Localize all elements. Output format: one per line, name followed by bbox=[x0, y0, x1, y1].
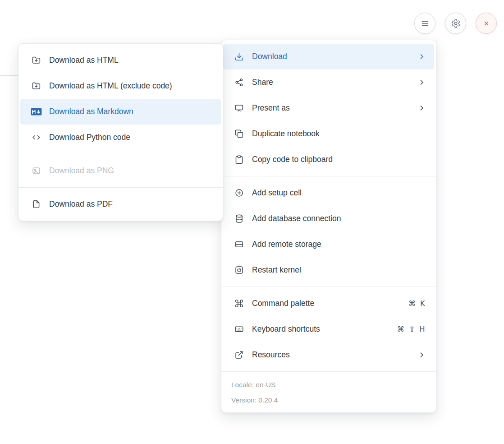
duplicate-icon bbox=[233, 129, 245, 139]
menu-item-copy-code[interactable]: Copy code to clipboard bbox=[223, 147, 434, 172]
menu-item-label: Copy code to clipboard bbox=[252, 155, 426, 164]
submenu-item-download-html[interactable]: Download as HTML bbox=[20, 47, 221, 73]
menu-item-resources[interactable]: Resources bbox=[223, 342, 434, 368]
menu-item-label: Add remote storage bbox=[252, 240, 426, 249]
settings-button[interactable] bbox=[445, 13, 466, 34]
download-icon bbox=[233, 51, 245, 62]
chevron-right-icon bbox=[417, 52, 426, 61]
notebook-actions-menu: Download Share Present as Duplicate note… bbox=[221, 40, 436, 413]
menu-item-label: Add database connection bbox=[252, 214, 426, 223]
submenu-item-download-python[interactable]: Download Python code bbox=[20, 125, 221, 150]
submenu-item-label: Download as Markdown bbox=[49, 107, 213, 116]
menu-item-label: Add setup cell bbox=[252, 188, 426, 198]
download-submenu: Download as HTML Download as HTML (exclu… bbox=[18, 43, 223, 221]
submenu-item-label: Download as PNG bbox=[49, 166, 213, 176]
image-icon bbox=[30, 166, 42, 176]
menu-divider bbox=[221, 287, 436, 287]
locale-text: Locale: en-US bbox=[231, 377, 426, 393]
menu-item-restart-kernel[interactable]: Restart kernel bbox=[223, 257, 434, 283]
menu-divider bbox=[221, 371, 436, 372]
database-icon bbox=[233, 213, 245, 224]
menu-item-duplicate-notebook[interactable]: Duplicate notebook bbox=[223, 121, 434, 147]
menu-item-command-palette[interactable]: Command palette ⌘ K bbox=[223, 291, 434, 316]
chevron-right-icon bbox=[417, 104, 426, 112]
power-icon bbox=[233, 265, 245, 276]
menu-item-label: Keyboard shortcuts bbox=[252, 324, 390, 334]
file-icon bbox=[30, 199, 42, 210]
close-button[interactable] bbox=[476, 13, 497, 34]
menu-divider bbox=[221, 176, 436, 176]
hamburger-icon bbox=[420, 18, 430, 28]
version-text: Version: 0.20.4 bbox=[231, 393, 426, 408]
menu-item-add-database-connection[interactable]: Add database connection bbox=[223, 206, 434, 231]
menu-item-add-setup-cell[interactable]: Add setup cell bbox=[223, 180, 434, 206]
gear-icon bbox=[451, 18, 461, 28]
clipboard-icon bbox=[233, 154, 245, 165]
notebook-menu-button[interactable] bbox=[414, 13, 435, 34]
submenu-item-label: Download as HTML (exclude code) bbox=[49, 81, 213, 91]
command-icon bbox=[233, 298, 245, 309]
menu-item-label: Command palette bbox=[252, 299, 401, 308]
plus-circle-icon bbox=[233, 188, 245, 199]
submenu-item-download-png[interactable]: Download as PNG bbox=[20, 158, 221, 184]
shortcut-hint: ⌘ ⇧ H bbox=[397, 325, 426, 333]
close-icon bbox=[481, 18, 491, 28]
presentation-icon bbox=[233, 103, 245, 114]
submenu-item-label: Download as PDF bbox=[49, 199, 213, 209]
menu-item-label: Restart kernel bbox=[252, 265, 426, 275]
menu-item-keyboard-shortcuts[interactable]: Keyboard shortcuts ⌘ ⇧ H bbox=[223, 316, 434, 342]
submenu-item-download-html-exclude-code[interactable]: Download as HTML (exclude code) bbox=[20, 73, 221, 99]
window-toolbar bbox=[414, 13, 497, 34]
submenu-item-download-markdown[interactable]: Download as Markdown bbox=[20, 99, 221, 125]
menu-item-add-remote-storage[interactable]: Add remote storage bbox=[223, 231, 434, 257]
share-icon bbox=[233, 77, 245, 88]
menu-item-share[interactable]: Share bbox=[223, 69, 434, 95]
menu-item-label: Download bbox=[252, 52, 410, 61]
folder-download-icon bbox=[30, 81, 42, 92]
shortcut-hint: ⌘ K bbox=[408, 299, 426, 308]
menu-footer: Locale: en-US Version: 0.20.4 bbox=[221, 375, 436, 409]
keyboard-icon bbox=[233, 324, 245, 335]
menu-item-label: Duplicate notebook bbox=[252, 129, 426, 139]
markdown-icon bbox=[30, 106, 42, 117]
folder-download-icon bbox=[30, 55, 42, 66]
menu-item-label: Resources bbox=[252, 350, 410, 360]
menu-item-label: Present as bbox=[252, 103, 410, 113]
notebook-page: Download Share Present as Duplicate note… bbox=[0, 0, 504, 444]
submenu-item-label: Download Python code bbox=[49, 133, 213, 142]
submenu-divider bbox=[18, 187, 223, 188]
menu-item-download[interactable]: Download bbox=[223, 44, 434, 69]
chevron-right-icon bbox=[417, 78, 426, 87]
page-edge-line bbox=[0, 75, 18, 76]
menu-item-label: Share bbox=[252, 78, 410, 87]
chevron-right-icon bbox=[417, 351, 426, 359]
menu-item-present-as[interactable]: Present as bbox=[223, 95, 434, 121]
storage-drive-icon bbox=[233, 239, 245, 250]
submenu-item-label: Download as HTML bbox=[49, 56, 213, 65]
submenu-item-download-pdf[interactable]: Download as PDF bbox=[20, 191, 221, 217]
code-icon bbox=[30, 132, 42, 143]
external-link-icon bbox=[233, 350, 245, 361]
submenu-divider bbox=[18, 154, 223, 154]
